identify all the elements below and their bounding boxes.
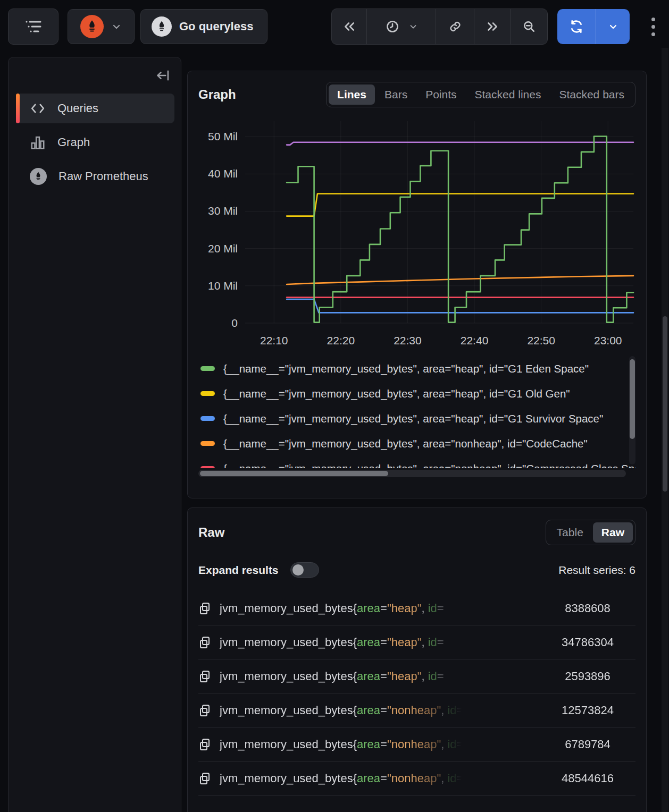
chevron-down-icon xyxy=(408,22,418,31)
x-axis-tick-label: 22:10 xyxy=(260,334,288,346)
legend-item[interactable]: {__name__="jvm_memory_used_bytes", area=… xyxy=(198,381,635,406)
raw-metric-expression: jvm_memory_used_bytes{area="nonheap", id… xyxy=(220,772,537,785)
raw-result-value: 8388608 xyxy=(545,602,630,615)
tab-stacked-bars[interactable]: Stacked bars xyxy=(550,84,633,105)
series-line-2 xyxy=(287,276,633,284)
raw-result-row: jvm_memory_used_bytes{area="heap", id=25… xyxy=(198,659,635,693)
sidebar-nav: QueriesGraphRaw Prometheus xyxy=(16,94,174,191)
legend-label: {__name__="jvm_memory_used_bytes", area=… xyxy=(223,437,588,450)
refresh-button[interactable] xyxy=(557,9,596,44)
legend-label: {__name__="jvm_memory_used_bytes", area=… xyxy=(223,412,603,425)
copy-icon[interactable] xyxy=(198,670,211,683)
sidebar-item-raw-prometheus[interactable]: Raw Prometheus xyxy=(16,162,174,191)
sidebar-item-queries[interactable]: Queries xyxy=(16,94,174,123)
raw-metric-expression: jvm_memory_used_bytes{area="nonheap", id… xyxy=(220,704,537,717)
legend-item[interactable]: {__name__="jvm_memory_used_bytes", area=… xyxy=(198,456,635,468)
raw-view-toggle: TableRaw xyxy=(546,520,635,545)
prometheus-icon-light xyxy=(152,16,172,37)
time-controls-group xyxy=(331,9,548,45)
raw-metric-expression: jvm_memory_used_bytes{area="heap", id= xyxy=(220,636,537,649)
legend-item[interactable]: {__name__="jvm_memory_used_bytes", area=… xyxy=(198,431,635,456)
more-options-kebab-button[interactable] xyxy=(646,14,660,39)
chart-legend-wrap: {__name__="jvm_memory_used_bytes", area=… xyxy=(198,356,635,479)
expand-results-toggle[interactable] xyxy=(290,562,319,578)
refresh-interval-dropdown[interactable] xyxy=(596,9,630,44)
sidebar-item-label: Queries xyxy=(57,102,98,115)
explore-sidebar: QueriesGraphRaw Prometheus xyxy=(8,57,181,812)
copy-link-button[interactable] xyxy=(436,9,474,44)
raw-panel-title: Raw xyxy=(198,525,224,540)
expand-results-label: Expand results xyxy=(198,564,279,577)
time-shift-back-button[interactable] xyxy=(332,9,366,44)
legend-label: {__name__="jvm_memory_used_bytes", area=… xyxy=(223,362,589,375)
time-range-picker[interactable] xyxy=(366,9,436,44)
tab-points[interactable]: Points xyxy=(417,84,465,105)
y-axis-tick-label: 20 Mil xyxy=(208,242,238,255)
y-axis-tick-label: 10 Mil xyxy=(208,280,238,292)
run-query-split-button xyxy=(557,9,630,44)
zoom-out-button[interactable] xyxy=(510,9,547,44)
legend-horizontal-scrollbar[interactable] xyxy=(198,470,626,477)
legend-label: {__name__="jvm_memory_used_bytes", area=… xyxy=(223,462,635,469)
series-line-1 xyxy=(287,194,633,216)
prometheus-icon xyxy=(80,15,104,38)
tab-bars[interactable]: Bars xyxy=(376,84,416,105)
chevron-down-icon xyxy=(608,21,618,32)
copy-icon[interactable] xyxy=(198,602,211,615)
raw-view-raw[interactable]: Raw xyxy=(593,522,633,543)
chevron-down-icon xyxy=(111,21,122,32)
outline-menu-button[interactable] xyxy=(8,9,58,45)
graph-panel: Graph LinesBarsPointsStacked linesStacke… xyxy=(187,71,647,498)
raw-view-table[interactable]: Table xyxy=(548,522,592,543)
go-queryless-label: Go queryless xyxy=(179,20,253,33)
raw-panel: Raw TableRaw Expand results Result serie… xyxy=(187,508,647,812)
raw-result-value: 6789784 xyxy=(545,738,630,751)
raw-results-list: jvm_memory_used_bytes{area="heap", id=83… xyxy=(198,591,635,796)
copy-icon[interactable] xyxy=(198,738,211,751)
x-axis-tick-label: 23:00 xyxy=(594,334,622,346)
raw-result-row: jvm_memory_used_bytes{area="heap", id=34… xyxy=(198,625,635,659)
legend-label: {__name__="jvm_memory_used_bytes", area=… xyxy=(223,387,570,400)
y-axis-tick-label: 40 Mil xyxy=(208,167,238,180)
outline-list-icon xyxy=(24,19,43,35)
top-toolbar: Go queryless xyxy=(8,8,660,45)
raw-result-value: 2593896 xyxy=(545,670,630,683)
series-line-0 xyxy=(287,142,633,145)
tab-stacked-lines[interactable]: Stacked lines xyxy=(466,84,550,105)
zoom-out-icon xyxy=(522,19,537,34)
jvm-memory-chart[interactable]: 010 Mil20 Mil30 Mil40 Mil50 Mil22:1022:2… xyxy=(198,115,637,353)
toggle-knob xyxy=(292,564,304,576)
series-line-5 xyxy=(287,137,633,323)
double-chevron-right-icon xyxy=(485,20,500,33)
raw-result-row: jvm_memory_used_bytes{area="heap", id=83… xyxy=(198,591,635,625)
chart-area: 010 Mil20 Mil30 Mil40 Mil50 Mil22:1022:2… xyxy=(198,115,635,353)
legend-item[interactable]: {__name__="jvm_memory_used_bytes", area=… xyxy=(198,356,635,381)
go-queryless-button[interactable]: Go queryless xyxy=(140,9,267,44)
copy-icon[interactable] xyxy=(198,772,211,785)
graph-panel-title: Graph xyxy=(198,87,236,102)
legend-vertical-scrollbar[interactable] xyxy=(629,356,635,464)
datasource-picker[interactable] xyxy=(68,9,135,44)
code-icon xyxy=(30,102,46,115)
raw-result-value: 48544616 xyxy=(545,772,630,785)
page-scrollbar-thumb[interactable] xyxy=(663,316,667,492)
x-axis-tick-label: 22:40 xyxy=(461,334,489,346)
page-scrollbar[interactable] xyxy=(662,48,668,812)
sidebar-item-label: Raw Prometheus xyxy=(58,170,148,183)
legend-color-chip xyxy=(200,441,215,446)
copy-icon[interactable] xyxy=(198,704,211,717)
copy-icon[interactable] xyxy=(198,636,211,649)
chart-legend: {__name__="jvm_memory_used_bytes", area=… xyxy=(198,356,635,468)
raw-result-row: jvm_memory_used_bytes{area="nonheap", id… xyxy=(198,728,635,762)
time-shift-forward-button[interactable] xyxy=(474,9,510,44)
legend-item[interactable]: {__name__="jvm_memory_used_bytes", area=… xyxy=(198,406,635,431)
x-axis-tick-label: 22:30 xyxy=(394,334,422,346)
x-axis-tick-label: 22:50 xyxy=(527,334,555,346)
collapse-left-icon xyxy=(155,68,170,83)
sidebar-item-graph[interactable]: Graph xyxy=(16,128,174,157)
y-axis-tick-label: 30 Mil xyxy=(208,205,238,217)
collapse-sidebar-button[interactable] xyxy=(155,68,170,83)
raw-result-row: jvm_memory_used_bytes{area="nonheap", id… xyxy=(198,762,635,796)
tab-lines[interactable]: Lines xyxy=(329,84,375,105)
clock-icon xyxy=(385,19,400,34)
